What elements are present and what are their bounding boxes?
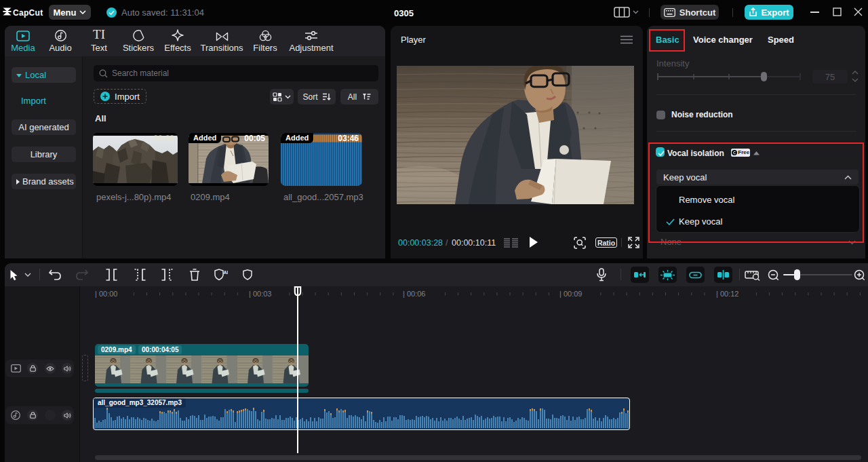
svg-text:AI: AI: [224, 270, 229, 275]
